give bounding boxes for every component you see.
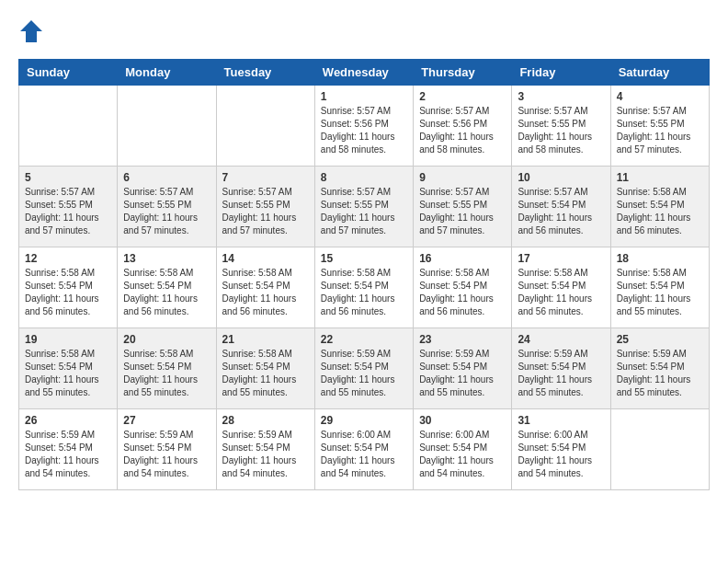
day-info: Sunrise: 5:59 AM Sunset: 5:54 PM Dayligh… xyxy=(25,429,111,480)
calendar-cell: 8Sunrise: 5:57 AM Sunset: 5:55 PM Daylig… xyxy=(314,167,413,247)
calendar-cell: 14Sunrise: 5:58 AM Sunset: 5:54 PM Dayli… xyxy=(216,247,314,328)
day-info: Sunrise: 5:58 AM Sunset: 5:54 PM Dayligh… xyxy=(518,267,604,318)
day-info: Sunrise: 5:59 AM Sunset: 5:54 PM Dayligh… xyxy=(222,429,309,480)
calendar-cell: 6Sunrise: 5:57 AM Sunset: 5:55 PM Daylig… xyxy=(118,167,216,247)
day-number: 8 xyxy=(321,171,407,184)
calendar-cell: 18Sunrise: 5:58 AM Sunset: 5:54 PM Dayli… xyxy=(610,247,709,328)
day-info: Sunrise: 6:00 AM Sunset: 5:54 PM Dayligh… xyxy=(321,429,407,480)
day-info: Sunrise: 5:57 AM Sunset: 5:54 PM Dayligh… xyxy=(518,186,604,237)
day-number: 21 xyxy=(222,333,309,346)
day-info: Sunrise: 5:59 AM Sunset: 5:54 PM Dayligh… xyxy=(321,348,407,399)
calendar-cell: 9Sunrise: 5:57 AM Sunset: 5:55 PM Daylig… xyxy=(414,167,512,247)
day-info: Sunrise: 5:57 AM Sunset: 5:55 PM Dayligh… xyxy=(518,105,604,156)
day-number: 22 xyxy=(321,333,407,346)
day-number: 30 xyxy=(419,414,506,427)
calendar-cell: 19Sunrise: 5:58 AM Sunset: 5:54 PM Dayli… xyxy=(19,328,118,409)
calendar-cell: 22Sunrise: 5:59 AM Sunset: 5:54 PM Dayli… xyxy=(314,328,413,409)
day-info: Sunrise: 5:57 AM Sunset: 5:55 PM Dayligh… xyxy=(222,186,309,237)
day-number: 13 xyxy=(123,252,210,265)
calendar-cell: 2Sunrise: 5:57 AM Sunset: 5:56 PM Daylig… xyxy=(414,86,512,167)
calendar-cell: 5Sunrise: 5:57 AM Sunset: 5:55 PM Daylig… xyxy=(19,167,118,247)
day-info: Sunrise: 5:58 AM Sunset: 5:54 PM Dayligh… xyxy=(321,267,407,318)
day-info: Sunrise: 5:57 AM Sunset: 5:55 PM Dayligh… xyxy=(617,105,703,156)
day-info: Sunrise: 5:57 AM Sunset: 5:56 PM Dayligh… xyxy=(321,105,407,156)
col-header-wednesday: Wednesday xyxy=(314,60,413,86)
calendar-cell: 15Sunrise: 5:58 AM Sunset: 5:54 PM Dayli… xyxy=(314,247,413,328)
col-header-tuesday: Tuesday xyxy=(216,60,314,86)
calendar-week-row: 26Sunrise: 5:59 AM Sunset: 5:54 PM Dayli… xyxy=(19,409,710,490)
day-number: 3 xyxy=(518,90,604,103)
day-info: Sunrise: 5:58 AM Sunset: 5:54 PM Dayligh… xyxy=(123,348,210,399)
day-info: Sunrise: 5:58 AM Sunset: 5:54 PM Dayligh… xyxy=(123,267,210,318)
day-info: Sunrise: 5:58 AM Sunset: 5:54 PM Dayligh… xyxy=(617,267,703,318)
day-number: 26 xyxy=(25,414,111,427)
calendar-cell: 20Sunrise: 5:58 AM Sunset: 5:54 PM Dayli… xyxy=(118,328,216,409)
calendar-cell: 27Sunrise: 5:59 AM Sunset: 5:54 PM Dayli… xyxy=(118,409,216,490)
day-number: 31 xyxy=(518,414,604,427)
calendar-cell: 21Sunrise: 5:58 AM Sunset: 5:54 PM Dayli… xyxy=(216,328,314,409)
logo xyxy=(18,18,48,44)
day-number: 25 xyxy=(617,333,703,346)
calendar-cell: 7Sunrise: 5:57 AM Sunset: 5:55 PM Daylig… xyxy=(216,167,314,247)
day-number: 20 xyxy=(123,333,210,346)
day-info: Sunrise: 5:57 AM Sunset: 5:55 PM Dayligh… xyxy=(123,186,210,237)
col-header-saturday: Saturday xyxy=(610,60,709,86)
page-header xyxy=(18,18,710,44)
day-info: Sunrise: 5:59 AM Sunset: 5:54 PM Dayligh… xyxy=(123,429,210,480)
svg-marker-0 xyxy=(20,20,42,42)
calendar-cell: 23Sunrise: 5:59 AM Sunset: 5:54 PM Dayli… xyxy=(414,328,512,409)
col-header-thursday: Thursday xyxy=(414,60,512,86)
calendar-cell xyxy=(610,409,709,490)
calendar-cell: 17Sunrise: 5:58 AM Sunset: 5:54 PM Dayli… xyxy=(512,247,610,328)
calendar-cell: 11Sunrise: 5:58 AM Sunset: 5:54 PM Dayli… xyxy=(610,167,709,247)
day-info: Sunrise: 5:57 AM Sunset: 5:55 PM Dayligh… xyxy=(321,186,407,237)
day-number: 24 xyxy=(518,333,604,346)
day-number: 7 xyxy=(222,171,309,184)
day-number: 2 xyxy=(419,90,506,103)
calendar-header-row: SundayMondayTuesdayWednesdayThursdayFrid… xyxy=(19,60,710,86)
col-header-monday: Monday xyxy=(118,60,216,86)
calendar-cell: 31Sunrise: 6:00 AM Sunset: 5:54 PM Dayli… xyxy=(512,409,610,490)
calendar-cell: 10Sunrise: 5:57 AM Sunset: 5:54 PM Dayli… xyxy=(512,167,610,247)
calendar-cell: 24Sunrise: 5:59 AM Sunset: 5:54 PM Dayli… xyxy=(512,328,610,409)
day-info: Sunrise: 5:59 AM Sunset: 5:54 PM Dayligh… xyxy=(617,348,703,399)
day-info: Sunrise: 6:00 AM Sunset: 5:54 PM Dayligh… xyxy=(419,429,506,480)
calendar-cell xyxy=(19,86,118,167)
day-info: Sunrise: 5:57 AM Sunset: 5:55 PM Dayligh… xyxy=(419,186,506,237)
day-info: Sunrise: 5:58 AM Sunset: 5:54 PM Dayligh… xyxy=(617,186,703,237)
day-number: 4 xyxy=(617,90,703,103)
day-info: Sunrise: 5:59 AM Sunset: 5:54 PM Dayligh… xyxy=(419,348,506,399)
day-number: 15 xyxy=(321,252,407,265)
day-number: 11 xyxy=(617,171,703,184)
calendar-week-row: 1Sunrise: 5:57 AM Sunset: 5:56 PM Daylig… xyxy=(19,86,710,167)
calendar-cell: 16Sunrise: 5:58 AM Sunset: 5:54 PM Dayli… xyxy=(414,247,512,328)
day-number: 23 xyxy=(419,333,506,346)
day-info: Sunrise: 5:59 AM Sunset: 5:54 PM Dayligh… xyxy=(518,348,604,399)
calendar-table: SundayMondayTuesdayWednesdayThursdayFrid… xyxy=(18,59,710,490)
day-info: Sunrise: 6:00 AM Sunset: 5:54 PM Dayligh… xyxy=(518,429,604,480)
calendar-cell: 30Sunrise: 6:00 AM Sunset: 5:54 PM Dayli… xyxy=(414,409,512,490)
calendar-cell: 26Sunrise: 5:59 AM Sunset: 5:54 PM Dayli… xyxy=(19,409,118,490)
col-header-friday: Friday xyxy=(512,60,610,86)
calendar-cell: 29Sunrise: 6:00 AM Sunset: 5:54 PM Dayli… xyxy=(314,409,413,490)
calendar-week-row: 19Sunrise: 5:58 AM Sunset: 5:54 PM Dayli… xyxy=(19,328,710,409)
calendar-cell: 12Sunrise: 5:58 AM Sunset: 5:54 PM Dayli… xyxy=(19,247,118,328)
calendar-cell: 25Sunrise: 5:59 AM Sunset: 5:54 PM Dayli… xyxy=(610,328,709,409)
day-info: Sunrise: 5:57 AM Sunset: 5:55 PM Dayligh… xyxy=(25,186,111,237)
day-number: 12 xyxy=(25,252,111,265)
col-header-sunday: Sunday xyxy=(19,60,118,86)
calendar-cell xyxy=(216,86,314,167)
day-info: Sunrise: 5:57 AM Sunset: 5:56 PM Dayligh… xyxy=(419,105,506,156)
day-number: 14 xyxy=(222,252,309,265)
day-info: Sunrise: 5:58 AM Sunset: 5:54 PM Dayligh… xyxy=(25,348,111,399)
day-info: Sunrise: 5:58 AM Sunset: 5:54 PM Dayligh… xyxy=(25,267,111,318)
day-info: Sunrise: 5:58 AM Sunset: 5:54 PM Dayligh… xyxy=(419,267,506,318)
day-number: 17 xyxy=(518,252,604,265)
logo-icon xyxy=(18,18,44,44)
day-number: 6 xyxy=(123,171,210,184)
calendar-cell: 4Sunrise: 5:57 AM Sunset: 5:55 PM Daylig… xyxy=(610,86,709,167)
calendar-cell: 13Sunrise: 5:58 AM Sunset: 5:54 PM Dayli… xyxy=(118,247,216,328)
day-number: 18 xyxy=(617,252,703,265)
day-number: 9 xyxy=(419,171,506,184)
day-number: 10 xyxy=(518,171,604,184)
